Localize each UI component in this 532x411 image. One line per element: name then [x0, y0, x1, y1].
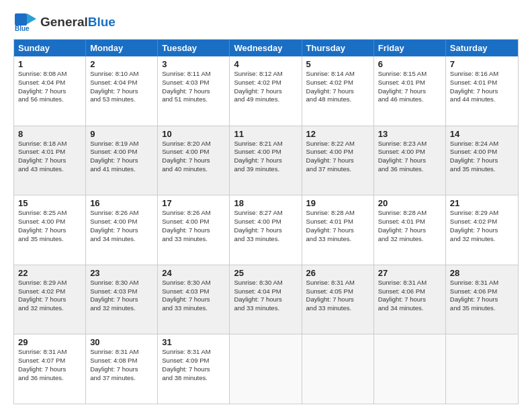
day-info: Sunrise: 8:11 AMSunset: 4:03 PMDaylight:… [162, 70, 225, 104]
day-info: Sunrise: 8:22 AMSunset: 4:00 PMDaylight:… [306, 140, 369, 174]
day-number: 25 [234, 268, 297, 278]
calendar-cell: 21Sunrise: 8:29 AMSunset: 4:02 PMDayligh… [446, 195, 518, 265]
day-number: 20 [378, 198, 441, 208]
day-number: 28 [450, 268, 514, 278]
calendar-cell: 31Sunrise: 8:31 AMSunset: 4:09 PMDayligh… [158, 334, 230, 404]
calendar-body: 1Sunrise: 8:08 AMSunset: 4:04 PMDaylight… [14, 56, 518, 404]
day-number: 26 [306, 268, 369, 278]
calendar-row-0: 1Sunrise: 8:08 AMSunset: 4:04 PMDaylight… [14, 56, 518, 126]
calendar-cell [374, 334, 446, 404]
day-number: 8 [18, 129, 81, 139]
day-info: Sunrise: 8:23 AMSunset: 4:00 PMDaylight:… [378, 140, 441, 174]
day-info: Sunrise: 8:25 AMSunset: 4:00 PMDaylight:… [18, 209, 81, 243]
day-info: Sunrise: 8:31 AMSunset: 4:05 PMDaylight:… [306, 279, 369, 313]
day-number: 17 [162, 198, 225, 208]
day-info: Sunrise: 8:08 AMSunset: 4:04 PMDaylight:… [18, 70, 81, 104]
day-info: Sunrise: 8:30 AMSunset: 4:03 PMDaylight:… [90, 279, 153, 313]
calendar-row-2: 15Sunrise: 8:25 AMSunset: 4:00 PMDayligh… [14, 195, 518, 265]
calendar-cell: 28Sunrise: 8:31 AMSunset: 4:06 PMDayligh… [446, 265, 518, 334]
logo-svg: Blue [13, 12, 38, 32]
calendar-cell: 13Sunrise: 8:23 AMSunset: 4:00 PMDayligh… [374, 126, 446, 195]
day-number: 14 [450, 129, 514, 139]
calendar-cell: 4Sunrise: 8:12 AMSunset: 4:02 PMDaylight… [230, 56, 302, 126]
calendar-cell: 8Sunrise: 8:18 AMSunset: 4:01 PMDaylight… [14, 126, 86, 195]
day-info: Sunrise: 8:27 AMSunset: 4:00 PMDaylight:… [234, 209, 297, 243]
day-number: 13 [378, 129, 441, 139]
day-info: Sunrise: 8:14 AMSunset: 4:02 PMDaylight:… [306, 70, 369, 104]
day-info: Sunrise: 8:26 AMSunset: 4:00 PMDaylight:… [90, 209, 153, 243]
calendar-row-4: 29Sunrise: 8:31 AMSunset: 4:07 PMDayligh… [14, 334, 518, 404]
day-number: 5 [306, 59, 369, 69]
day-number: 22 [18, 268, 81, 278]
day-info: Sunrise: 8:31 AMSunset: 4:07 PMDaylight:… [18, 348, 81, 382]
calendar-row-1: 8Sunrise: 8:18 AMSunset: 4:01 PMDaylight… [14, 126, 518, 195]
day-info: Sunrise: 8:16 AMSunset: 4:01 PMDaylight:… [450, 70, 514, 104]
calendar-cell: 9Sunrise: 8:19 AMSunset: 4:00 PMDaylight… [86, 126, 158, 195]
day-info: Sunrise: 8:21 AMSunset: 4:00 PMDaylight:… [234, 140, 297, 174]
calendar-header: SundayMondayTuesdayWednesdayThursdayFrid… [14, 40, 518, 56]
day-info: Sunrise: 8:26 AMSunset: 4:00 PMDaylight:… [162, 209, 225, 243]
calendar-cell: 26Sunrise: 8:31 AMSunset: 4:05 PMDayligh… [302, 265, 374, 334]
calendar-cell: 15Sunrise: 8:25 AMSunset: 4:00 PMDayligh… [14, 195, 86, 265]
calendar-cell: 16Sunrise: 8:26 AMSunset: 4:00 PMDayligh… [86, 195, 158, 265]
header-cell-monday: Monday [86, 40, 158, 56]
day-info: Sunrise: 8:20 AMSunset: 4:00 PMDaylight:… [162, 140, 225, 174]
header-cell-thursday: Thursday [302, 40, 374, 56]
calendar-row-3: 22Sunrise: 8:29 AMSunset: 4:02 PMDayligh… [14, 265, 518, 334]
day-number: 10 [162, 129, 225, 139]
day-number: 16 [90, 198, 153, 208]
calendar-cell: 18Sunrise: 8:27 AMSunset: 4:00 PMDayligh… [230, 195, 302, 265]
calendar-cell: 19Sunrise: 8:28 AMSunset: 4:01 PMDayligh… [302, 195, 374, 265]
calendar-cell: 29Sunrise: 8:31 AMSunset: 4:07 PMDayligh… [14, 334, 86, 404]
day-info: Sunrise: 8:12 AMSunset: 4:02 PMDaylight:… [234, 70, 297, 104]
day-info: Sunrise: 8:24 AMSunset: 4:00 PMDaylight:… [450, 140, 514, 174]
calendar-cell: 17Sunrise: 8:26 AMSunset: 4:00 PMDayligh… [158, 195, 230, 265]
day-info: Sunrise: 8:29 AMSunset: 4:02 PMDaylight:… [450, 209, 514, 243]
day-number: 15 [18, 198, 81, 208]
calendar-cell: 3Sunrise: 8:11 AMSunset: 4:03 PMDaylight… [158, 56, 230, 126]
logo-text: GeneralBlue [40, 15, 116, 30]
header-cell-sunday: Sunday [14, 40, 86, 56]
day-info: Sunrise: 8:15 AMSunset: 4:01 PMDaylight:… [378, 70, 441, 104]
header-cell-friday: Friday [374, 40, 446, 56]
header-cell-tuesday: Tuesday [158, 40, 230, 56]
day-info: Sunrise: 8:31 AMSunset: 4:08 PMDaylight:… [90, 348, 153, 382]
calendar-cell [446, 334, 518, 404]
calendar-cell: 14Sunrise: 8:24 AMSunset: 4:00 PMDayligh… [446, 126, 518, 195]
day-number: 1 [18, 59, 81, 69]
calendar-cell: 12Sunrise: 8:22 AMSunset: 4:00 PMDayligh… [302, 126, 374, 195]
calendar-cell: 27Sunrise: 8:31 AMSunset: 4:06 PMDayligh… [374, 265, 446, 334]
calendar-cell: 2Sunrise: 8:10 AMSunset: 4:04 PMDaylight… [86, 56, 158, 126]
day-number: 18 [234, 198, 297, 208]
day-number: 29 [18, 337, 81, 347]
day-info: Sunrise: 8:30 AMSunset: 4:04 PMDaylight:… [234, 279, 297, 313]
calendar-cell: 1Sunrise: 8:08 AMSunset: 4:04 PMDaylight… [14, 56, 86, 126]
header-cell-saturday: Saturday [446, 40, 518, 56]
calendar-cell [230, 334, 302, 404]
day-info: Sunrise: 8:29 AMSunset: 4:02 PMDaylight:… [18, 279, 81, 313]
day-number: 2 [90, 59, 153, 69]
day-number: 6 [378, 59, 441, 69]
day-number: 31 [162, 337, 225, 347]
day-number: 27 [378, 268, 441, 278]
header-cell-wednesday: Wednesday [230, 40, 302, 56]
svg-rect-0 [15, 13, 27, 26]
day-number: 23 [90, 268, 153, 278]
svg-marker-1 [27, 13, 36, 24]
day-info: Sunrise: 8:19 AMSunset: 4:00 PMDaylight:… [90, 140, 153, 174]
calendar-cell: 20Sunrise: 8:28 AMSunset: 4:01 PMDayligh… [374, 195, 446, 265]
day-number: 19 [306, 198, 369, 208]
svg-text:Blue: Blue [15, 25, 30, 32]
day-info: Sunrise: 8:10 AMSunset: 4:04 PMDaylight:… [90, 70, 153, 104]
calendar: SundayMondayTuesdayWednesdayThursdayFrid… [13, 39, 519, 404]
logo: Blue GeneralBlue [13, 12, 116, 32]
calendar-cell [302, 334, 374, 404]
day-number: 7 [450, 59, 514, 69]
calendar-cell: 7Sunrise: 8:16 AMSunset: 4:01 PMDaylight… [446, 56, 518, 126]
calendar-cell: 6Sunrise: 8:15 AMSunset: 4:01 PMDaylight… [374, 56, 446, 126]
day-number: 9 [90, 129, 153, 139]
calendar-cell: 5Sunrise: 8:14 AMSunset: 4:02 PMDaylight… [302, 56, 374, 126]
day-number: 30 [90, 337, 153, 347]
day-number: 4 [234, 59, 297, 69]
calendar-cell: 22Sunrise: 8:29 AMSunset: 4:02 PMDayligh… [14, 265, 86, 334]
